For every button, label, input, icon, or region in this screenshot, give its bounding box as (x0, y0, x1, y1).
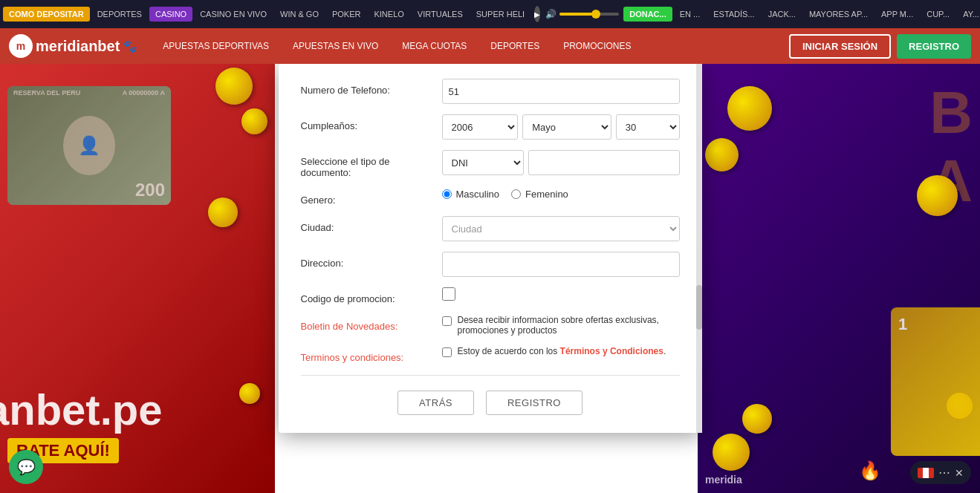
city-label: Ciudad: (301, 216, 442, 233)
form-divider (301, 375, 680, 376)
win-go-nav[interactable]: WIN & GO (274, 7, 325, 22)
femenino-text: Femenino (525, 189, 568, 200)
city-select[interactable]: Ciudad LimaCuscoArequipa (442, 216, 680, 241)
super-heli-nav[interactable]: SUPER HELI (470, 7, 530, 22)
apuestas-deportivas-link[interactable]: APUESTAS DEPORTIVAS (152, 35, 279, 57)
chat-icon: 💬 (17, 458, 36, 476)
brand-text-right: meridia (705, 474, 742, 486)
chat-button[interactable]: 💬 (9, 450, 43, 484)
doc-type-select[interactable]: DNIPasaporteCE (442, 150, 524, 175)
day-select[interactable]: 28293031 (616, 114, 680, 140)
coin-decoration (742, 404, 772, 434)
volume-control[interactable]: 🔊 (542, 9, 622, 19)
logo-paw-icon: 🐾 (123, 39, 137, 53)
language-nav[interactable]: EN ... (674, 7, 707, 22)
promo-checkbox[interactable] (442, 287, 455, 301)
apuestas-en-vivo-link[interactable]: APUESTAS EN VIVO (282, 35, 389, 57)
coin-decoration (239, 383, 260, 404)
widget-close-button[interactable]: ✕ (955, 467, 964, 479)
birthday-field: 2006200520042003 EneroFebreroMarzoAbril … (442, 114, 680, 140)
promo-field (442, 287, 680, 304)
gender-femenino-radio[interactable] (511, 189, 521, 199)
newsletter-checkbox-label[interactable]: Desea recibir informacion sobre ofertas … (442, 315, 680, 336)
month-select[interactable]: EneroFebreroMarzoAbril MayoJunioJulio (522, 114, 611, 140)
top-navigation: COMO DEPOSITAR DEPORTES CASINO CASINO EN… (0, 0, 980, 28)
phone-label: Numero de Telefono: (301, 79, 442, 96)
gender-femenino-label[interactable]: Femenino (511, 189, 568, 200)
newsletter-row: Boletin de Novedades: Desea recibir info… (301, 315, 680, 336)
volume-icon: 🔊 (545, 9, 556, 19)
ay-nav[interactable]: AY... (957, 7, 980, 22)
newsletter-text: Desea recibir informacion sobre ofertas … (458, 315, 680, 336)
volume-track[interactable] (559, 13, 619, 16)
newsletter-checkbox[interactable] (442, 316, 452, 326)
flag-peru-icon (918, 468, 934, 478)
newsletter-field: Desea recibir informacion sobre ofertas … (442, 315, 680, 336)
promociones-link[interactable]: PROMOCIONES (553, 35, 641, 57)
address-input[interactable] (442, 252, 680, 277)
gender-masculino-radio[interactable] (442, 189, 452, 199)
widget-dots[interactable]: ⋯ (938, 466, 950, 480)
brand-text-left: anbet.pe (0, 386, 163, 434)
gender-row: Genero: Masculino Femenino (301, 189, 680, 206)
terms-checkbox-label[interactable]: Estoy de acuerdo con los Términos y Cond… (442, 346, 680, 357)
logo-text: meridianbet (36, 38, 120, 55)
bottom-widget: ⋯ ✕ (910, 461, 971, 484)
deportes-link[interactable]: DEPORTES (480, 35, 550, 57)
mega-cuotas-link[interactable]: MEGA CUOTAS (392, 35, 477, 57)
terms-checkbox[interactable] (442, 347, 452, 357)
kinelo-nav[interactable]: KINELO (368, 7, 409, 22)
terms-field: Estoy de acuerdo con los Términos y Cond… (442, 346, 680, 357)
city-field: Ciudad LimaCuscoArequipa (442, 216, 680, 241)
casino-en-vivo-nav[interactable]: CASINO EN VIVO (194, 7, 273, 22)
mayores-ap-nav[interactable]: MAYORES AP... (803, 7, 874, 22)
auth-buttons: INICIAR SESIÓN REGISTRO (789, 34, 971, 59)
register-button[interactable]: REGISTRO (897, 34, 971, 59)
registration-form: Numero de Telefono: Cumpleaños: 20062005… (279, 64, 702, 433)
poker-nav[interactable]: POKER (326, 7, 367, 22)
back-button[interactable]: ATRÁS (397, 391, 474, 415)
masculino-text: Masculino (456, 189, 500, 200)
main-navigation: m meridianbet 🐾 APUESTAS DEPORTIVAS APUE… (0, 28, 980, 64)
main-nav-links: APUESTAS DEPORTIVAS APUESTAS EN VIVO MEG… (152, 35, 789, 57)
gender-label: Genero: (301, 189, 442, 206)
jackpot-nav[interactable]: JACK... (762, 7, 802, 22)
app-nav[interactable]: APP M... (875, 7, 919, 22)
estadisticas-nav[interactable]: ESTADÍS... (707, 7, 760, 22)
deportes-nav[interactable]: DEPORTES (91, 7, 148, 22)
coin-decoration (917, 175, 958, 216)
terms-link[interactable]: Términos y Condiciones (560, 346, 663, 356)
cup-nav[interactable]: CUP... (921, 7, 955, 22)
gender-field: Masculino Femenino (442, 189, 680, 200)
submit-register-button[interactable]: REGISTRO (486, 391, 583, 415)
gender-masculino-label[interactable]: Masculino (442, 189, 500, 200)
login-button[interactable]: INICIAR SESIÓN (789, 34, 891, 59)
donation-button[interactable]: DONAC... (623, 7, 672, 22)
phone-input[interactable] (442, 79, 680, 104)
fire-button[interactable]: 🔥 (857, 457, 883, 484)
coin-decoration (705, 138, 739, 172)
document-label: Seleccione el tipo de documento: (301, 150, 442, 178)
doc-number-input[interactable] (528, 150, 680, 175)
gold-bar: 1 (891, 307, 980, 456)
site-logo: m meridianbet 🐾 (9, 34, 137, 58)
casino-nav[interactable]: CASINO (149, 7, 192, 22)
virtuales-nav[interactable]: VIRTUALES (412, 7, 469, 22)
left-background: 👤 200 RESERVA DEL PERU A 00000000 A anbe… (0, 64, 275, 493)
deposit-button[interactable]: COMO DEPOSITAR (3, 7, 90, 22)
right-background: BA 1 meridia (698, 64, 980, 493)
terms-text: Estoy de acuerdo con los Términos y Cond… (458, 346, 666, 356)
page-background: 👤 200 RESERVA DEL PERU A 00000000 A anbe… (0, 64, 980, 493)
scroll-track[interactable] (696, 64, 702, 433)
play-icon[interactable]: ▶ (534, 6, 540, 22)
promo-label: Codigo de promocion: (301, 287, 442, 304)
address-row: Direccion: (301, 252, 680, 277)
scroll-thumb[interactable] (696, 285, 702, 330)
coin-decoration (241, 108, 267, 134)
year-select[interactable]: 2006200520042003 (442, 114, 519, 140)
phone-row: Numero de Telefono: (301, 79, 680, 104)
terms-suffix: . (663, 346, 666, 356)
coin-decoration (713, 434, 750, 471)
birthday-row: Cumpleaños: 2006200520042003 EneroFebrer… (301, 114, 680, 140)
phone-field (442, 79, 680, 104)
